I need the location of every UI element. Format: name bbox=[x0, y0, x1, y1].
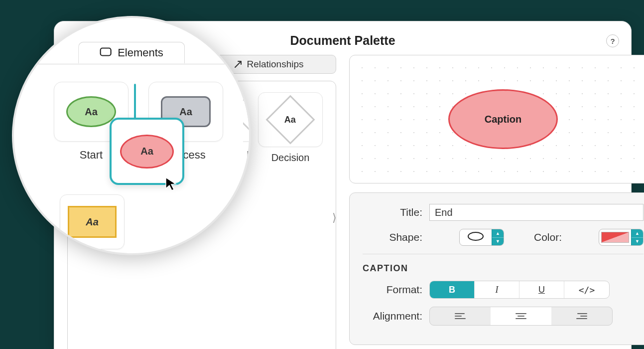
preview-caption: Caption bbox=[485, 114, 521, 125]
color-stepper[interactable]: ▲▼ bbox=[631, 229, 643, 245]
format-label: Format: bbox=[363, 284, 422, 296]
color-swatch-icon bbox=[601, 232, 629, 243]
decision-shape-icon: Aa bbox=[266, 95, 315, 145]
element-decision[interactable]: Aa Decision bbox=[258, 92, 323, 164]
shape-stepper[interactable]: ▲▼ bbox=[492, 229, 504, 245]
format-segmented: B I U </> bbox=[429, 281, 610, 299]
element-preview: Caption bbox=[349, 55, 644, 183]
magnifier-overlay: Elements Aa Start Aa Process Decn bbox=[12, 16, 251, 255]
format-bold-button[interactable]: B bbox=[430, 281, 475, 298]
cursor-icon bbox=[165, 176, 178, 193]
mag-separator bbox=[14, 64, 249, 64]
right-pane: Caption Title: Shape: bbox=[349, 55, 644, 349]
svg-point-1 bbox=[468, 232, 483, 240]
align-left-icon bbox=[455, 313, 466, 319]
title-input[interactable] bbox=[429, 204, 644, 221]
dragging-element-end[interactable]: Aa bbox=[110, 118, 184, 185]
align-left-button[interactable] bbox=[430, 307, 491, 325]
arrow-ne-icon bbox=[234, 60, 243, 69]
help-icon: ? bbox=[610, 37, 615, 45]
align-center-icon bbox=[515, 313, 526, 319]
help-button[interactable]: ? bbox=[606, 34, 619, 47]
align-right-button[interactable] bbox=[551, 307, 612, 325]
inspector-panel: Title: Shape: ▲▼ Color: bbox=[349, 192, 644, 345]
svg-rect-2 bbox=[101, 48, 111, 56]
pane-resize-handle[interactable]: ⟩ bbox=[332, 211, 337, 224]
start-shape-icon: Aa bbox=[66, 96, 116, 127]
align-right-icon bbox=[576, 313, 587, 319]
format-code-button[interactable]: </> bbox=[564, 281, 609, 298]
note-shape-icon: Aa bbox=[68, 206, 117, 238]
inspector-divider bbox=[363, 254, 644, 254]
alignment-label: Alignment: bbox=[363, 310, 422, 322]
align-center-button[interactable] bbox=[491, 307, 551, 325]
shape-label: Shape: bbox=[363, 231, 422, 243]
color-picker[interactable]: ▲▼ bbox=[599, 229, 644, 246]
format-underline-button[interactable]: U bbox=[519, 281, 564, 298]
format-italic-button[interactable]: I bbox=[475, 281, 519, 298]
title-label: Title: bbox=[363, 206, 422, 218]
alignment-segmented bbox=[429, 307, 613, 326]
drag-indicator-line bbox=[134, 84, 136, 120]
shape-picker[interactable]: ▲▼ bbox=[459, 229, 504, 246]
window-title: Document Palette bbox=[290, 33, 395, 47]
mag-tab-elements: Elements bbox=[78, 42, 185, 63]
preview-shape[interactable]: Caption bbox=[448, 89, 558, 149]
end-shape-icon: Aa bbox=[120, 135, 174, 169]
rectangle-icon bbox=[100, 46, 112, 59]
color-label: Color: bbox=[534, 231, 562, 243]
tab-relationships-label: Relationships bbox=[247, 59, 303, 70]
caption-section-heading: CAPTION bbox=[363, 263, 644, 274]
ellipse-icon bbox=[467, 231, 484, 243]
element-decision-label: Decision bbox=[271, 152, 310, 164]
